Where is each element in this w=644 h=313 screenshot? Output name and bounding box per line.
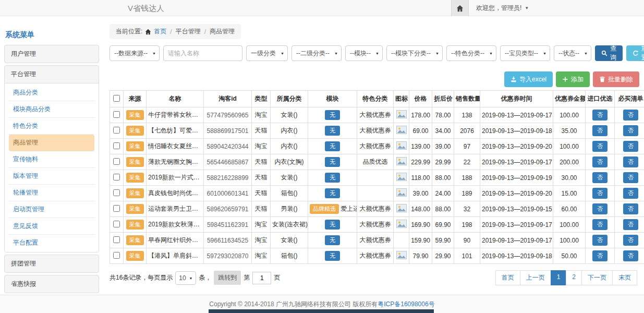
import-optimal-toggle[interactable]: 否 (592, 219, 607, 230)
coupon-time: 2019-09-13—2019-09-15 (480, 201, 553, 217)
must-buy-toggle[interactable]: 否 (623, 188, 638, 199)
must-buy-toggle[interactable]: 否 (623, 141, 638, 152)
user-menu[interactable]: 欢迎您，管理员! ▼ (469, 0, 536, 16)
reset-button[interactable]: 重置 (626, 45, 644, 61)
sidebar-item-启动页管理[interactable]: 启动页管理 (9, 201, 94, 218)
select-all-checkbox[interactable] (113, 95, 120, 102)
coupon-amount: 100.00 (553, 217, 586, 233)
must-buy-toggle[interactable]: 否 (623, 172, 638, 183)
must-buy-toggle[interactable]: 否 (623, 110, 638, 121)
feature-category-select[interactable]: --特色分类-- (446, 45, 496, 61)
row-checkbox[interactable] (113, 252, 120, 259)
import-optimal-toggle[interactable]: 否 (592, 172, 607, 183)
row-checkbox[interactable] (113, 142, 120, 149)
row-checkbox[interactable] (113, 127, 120, 134)
sidebar-item-意见反馈[interactable]: 意见反馈 (9, 218, 94, 235)
must-buy-toggle[interactable]: 否 (623, 235, 638, 246)
sidebar-section-省惠快报[interactable]: 省惠快报 (5, 275, 99, 293)
status-select[interactable]: --状态-- (554, 45, 591, 61)
jump-button[interactable]: 跳转到 (214, 271, 241, 285)
product-type: 天猫 (252, 154, 271, 170)
sidebar-item-轮播管理[interactable]: 轮播管理 (9, 185, 94, 201)
level1-category-select[interactable]: 一级分类 (246, 45, 288, 61)
sidebar-item-特色分类[interactable]: 特色分类 (9, 118, 94, 135)
import-excel-button[interactable]: 导入excel (504, 71, 553, 87)
product-category: 内衣() (271, 139, 308, 154)
breadcrumb-home-link[interactable]: 首页 (154, 27, 166, 36)
module-subcategory-select[interactable]: --模块下分类-- (386, 45, 443, 61)
sidebar-item-模块商品分类[interactable]: 模块商品分类 (9, 101, 94, 118)
column-header-所属分类: 所属分类 (271, 91, 308, 107)
row-checkbox[interactable] (113, 236, 120, 243)
unit-text: 条， (199, 273, 211, 282)
module-select[interactable]: --模块-- (345, 45, 383, 61)
sales-count: 188 (454, 170, 480, 186)
product-category: 箱包() (271, 186, 308, 201)
refresh-icon (633, 50, 639, 56)
import-optimal-toggle[interactable]: 否 (592, 110, 607, 121)
row-checkbox[interactable] (113, 205, 120, 212)
table-row: 采集薄款无钢圈文胸聚拢性...565446685867天猫内衣(文胸)无品质优选… (110, 154, 644, 170)
import-optimal-toggle[interactable]: 否 (592, 235, 607, 246)
sidebar-item-宣传物料[interactable]: 宣传物料 (9, 151, 94, 168)
row-checkbox[interactable] (113, 221, 120, 227)
import-optimal-toggle[interactable]: 否 (592, 125, 607, 136)
page-button-1[interactable]: 1 (551, 270, 567, 285)
page-button-上一页[interactable]: 上一页 (520, 270, 551, 285)
sidebar: 系统菜单 用户管理平台管理商品分类模块商品分类特色分类商品管理宣传物料版本管理轮… (4, 27, 99, 313)
page-button-下一页[interactable]: 下一页 (581, 270, 613, 285)
must-buy-toggle[interactable]: 否 (623, 203, 638, 214)
must-buy-toggle[interactable]: 否 (623, 250, 638, 261)
price: 39.00 (409, 186, 432, 201)
import-optimal-toggle[interactable]: 否 (592, 156, 607, 167)
coupon-amount: 15.00 (553, 186, 586, 201)
page-button-末页[interactable]: 末页 (612, 270, 637, 285)
page-button-首页[interactable]: 首页 (495, 270, 520, 285)
sidebar-item-商品管理[interactable]: 商品管理 (9, 135, 94, 151)
bottom-strip (209, 309, 434, 313)
query-button[interactable]: 查询 (595, 45, 623, 61)
sidebar-section-拼团管理[interactable]: 拼团管理 (5, 255, 99, 272)
source-badge: 采集 (126, 157, 144, 167)
row-checkbox[interactable] (113, 174, 120, 180)
welcome-text: 欢迎您，管理员! (476, 4, 521, 13)
must-buy-toggle[interactable]: 否 (623, 156, 638, 167)
icp-link[interactable]: 粤ICP备16098006号 (378, 300, 434, 309)
coupon-amount: 100.00 (553, 139, 586, 154)
page-button-2[interactable]: 2 (566, 270, 582, 285)
name-input[interactable] (163, 45, 242, 61)
row-checkbox[interactable] (113, 111, 120, 118)
import-optimal-toggle[interactable]: 否 (592, 250, 607, 261)
sidebar-item-版本管理[interactable]: 版本管理 (9, 168, 94, 185)
per-page-select[interactable]: 10 (175, 271, 196, 285)
jump-page-input[interactable] (252, 272, 271, 284)
must-buy-toggle[interactable]: 否 (623, 219, 638, 230)
column-header-来源: 来源 (124, 91, 147, 107)
sales-count: 189 (454, 186, 480, 201)
add-button[interactable]: 添加 (556, 71, 590, 87)
row-checkbox[interactable] (113, 158, 120, 165)
import-optimal-toggle[interactable]: 否 (592, 141, 607, 152)
table-row: 采集2019新款女秋薄款...598451162391淘宝女装(连衣裙)无大额优… (110, 217, 644, 233)
batch-delete-button[interactable]: 批量删除 (593, 71, 639, 87)
import-optimal-toggle[interactable]: 否 (592, 188, 607, 199)
breadcrumb-item-goods: 商品管理 (210, 27, 235, 36)
sidebar-item-平台配置[interactable]: 平台配置 (9, 235, 94, 251)
must-buy-toggle[interactable]: 否 (623, 125, 638, 136)
module-badge: 品牌精选 (310, 204, 339, 214)
table-row: 采集运动套装男士卫衣初秋...589620659791天猫男装()品牌精选爱上运… (110, 201, 644, 217)
sidebar-section-平台管理[interactable]: 平台管理 (5, 66, 99, 83)
data-source-select[interactable]: --数据来源-- (110, 45, 160, 61)
product-name: 2019新款一片式系... (147, 170, 204, 186)
sidebar-item-商品分类[interactable]: 商品分类 (9, 85, 94, 101)
level2-category-select[interactable]: --二级分类-- (291, 45, 342, 61)
action-bar: 导入excel 添加 批量删除 (110, 71, 639, 87)
taoke-id: 588869917501 (204, 123, 252, 139)
row-checkbox[interactable] (113, 189, 120, 196)
discount-price: 34.00 (432, 123, 454, 139)
import-optimal-toggle[interactable]: 否 (592, 203, 607, 214)
sidebar-section-用户管理[interactable]: 用户管理 (5, 45, 99, 63)
home-button[interactable] (451, 0, 469, 16)
coupon-time: 2019-09-13—2019-09-19 (480, 170, 553, 186)
item-type-select[interactable]: --宝贝类型-- (500, 45, 550, 61)
